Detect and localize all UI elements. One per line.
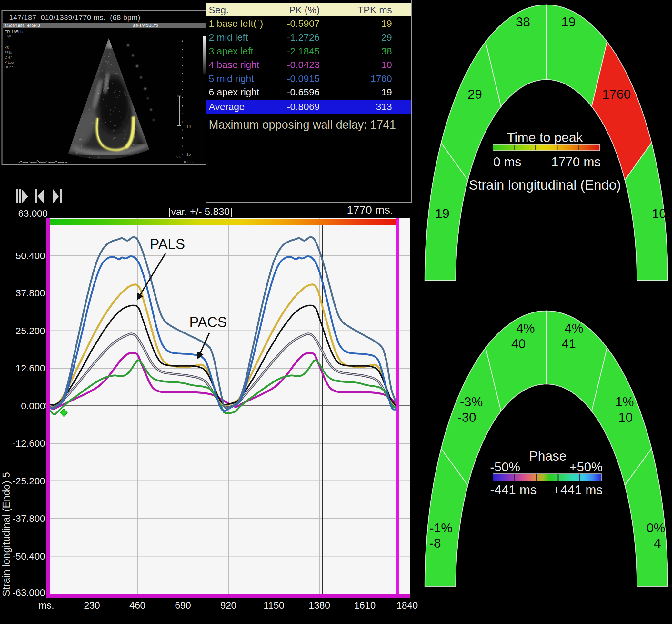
svg-text:Strain longitudinal (Endo): Strain longitudinal (Endo) bbox=[469, 177, 621, 192]
svg-text:A05: A05 bbox=[176, 155, 181, 159]
svg-text:0%: 0% bbox=[647, 521, 665, 535]
svg-text:38: 38 bbox=[516, 15, 530, 29]
svg-text:50.400: 50.400 bbox=[16, 250, 45, 261]
svg-text:+50%: +50% bbox=[569, 460, 603, 474]
svg-text:25.200: 25.200 bbox=[16, 326, 45, 336]
svg-text:147/187 010/1389/1770 ms. (6: 147/187 010/1389/1770 ms. (68 bpm) bbox=[9, 14, 140, 22]
svg-text:Time to peak: Time to peak bbox=[507, 130, 583, 145]
svg-text:Phase: Phase bbox=[529, 448, 567, 463]
svg-text:29: 29 bbox=[468, 87, 482, 101]
svg-text:1760: 1760 bbox=[602, 87, 631, 101]
svg-text:21/06/1951 440912: 21/06/1951 440912 bbox=[4, 24, 40, 28]
svg-text:1840: 1840 bbox=[397, 600, 418, 610]
svg-text:10: 10 bbox=[652, 206, 667, 220]
svg-text:-12.600: -12.600 bbox=[12, 438, 45, 448]
svg-text:0 ms: 0 ms bbox=[493, 155, 521, 169]
svg-text:10: 10 bbox=[186, 125, 191, 129]
svg-text:-37.800: -37.800 bbox=[12, 513, 45, 524]
svg-text:6yn: 6yn bbox=[6, 34, 11, 38]
svg-text:37.800: 37.800 bbox=[16, 288, 45, 298]
svg-text:1770 ms: 1770 ms bbox=[551, 155, 601, 169]
svg-text:S5-1/ADULT2: S5-1/ADULT2 bbox=[133, 24, 158, 28]
svg-text:PACS: PACS bbox=[190, 314, 227, 330]
svg-text:1770 ms.: 1770 ms. bbox=[347, 204, 393, 216]
svg-text:-8: -8 bbox=[429, 536, 441, 550]
svg-text:230: 230 bbox=[84, 600, 100, 610]
svg-text:690: 690 bbox=[175, 600, 191, 610]
svg-text:10: 10 bbox=[618, 410, 633, 424]
svg-text:C 47: C 47 bbox=[4, 55, 12, 59]
svg-text:40: 40 bbox=[511, 337, 526, 351]
svg-text:19: 19 bbox=[561, 15, 576, 29]
svg-text:1380: 1380 bbox=[309, 600, 330, 610]
svg-text:12.600: 12.600 bbox=[16, 363, 45, 373]
svg-text:-3%: -3% bbox=[460, 395, 482, 409]
svg-text:FR 185Hz: FR 185Hz bbox=[4, 29, 24, 34]
svg-text:4%: 4% bbox=[565, 321, 583, 335]
svg-text:0.000: 0.000 bbox=[21, 400, 45, 411]
svg-text:68 bpm: 68 bpm bbox=[184, 160, 195, 164]
svg-text:920: 920 bbox=[220, 600, 237, 610]
svg-text:19: 19 bbox=[435, 206, 450, 220]
svg-text:-441 ms: -441 ms bbox=[490, 483, 537, 497]
svg-text:Strain longitudinal (Endo) 5: Strain longitudinal (Endo) 5 bbox=[0, 472, 12, 597]
svg-text:1%: 1% bbox=[615, 395, 634, 409]
svg-text:HPen: HPen bbox=[4, 65, 14, 69]
svg-text:63.000: 63.000 bbox=[18, 208, 48, 219]
svg-text:67%: 67% bbox=[4, 51, 11, 54]
svg-text:460: 460 bbox=[129, 600, 146, 610]
svg-text:P Low: P Low bbox=[4, 60, 14, 64]
svg-text:X5: X5 bbox=[4, 46, 9, 50]
svg-text:-25.200: -25.200 bbox=[12, 476, 45, 486]
svg-text:1610: 1610 bbox=[354, 600, 376, 610]
svg-text:-1%: -1% bbox=[429, 521, 452, 535]
svg-text:+441 ms: +441 ms bbox=[553, 483, 603, 497]
svg-text:-50.400: -50.400 bbox=[12, 551, 45, 562]
svg-text:ms.: ms. bbox=[39, 600, 54, 610]
svg-text:PALS: PALS bbox=[150, 236, 185, 252]
svg-text:-30: -30 bbox=[457, 410, 476, 424]
svg-text:[var. +/- 5.830]: [var. +/- 5.830] bbox=[168, 206, 232, 217]
svg-text:4: 4 bbox=[654, 536, 661, 550]
svg-text:15: 15 bbox=[186, 152, 191, 157]
svg-text:1150: 1150 bbox=[264, 600, 284, 610]
svg-text:-50%: -50% bbox=[490, 460, 520, 474]
svg-text:4%: 4% bbox=[516, 321, 535, 335]
svg-text:-63.000: -63.000 bbox=[12, 587, 45, 598]
svg-text:41: 41 bbox=[562, 337, 576, 351]
